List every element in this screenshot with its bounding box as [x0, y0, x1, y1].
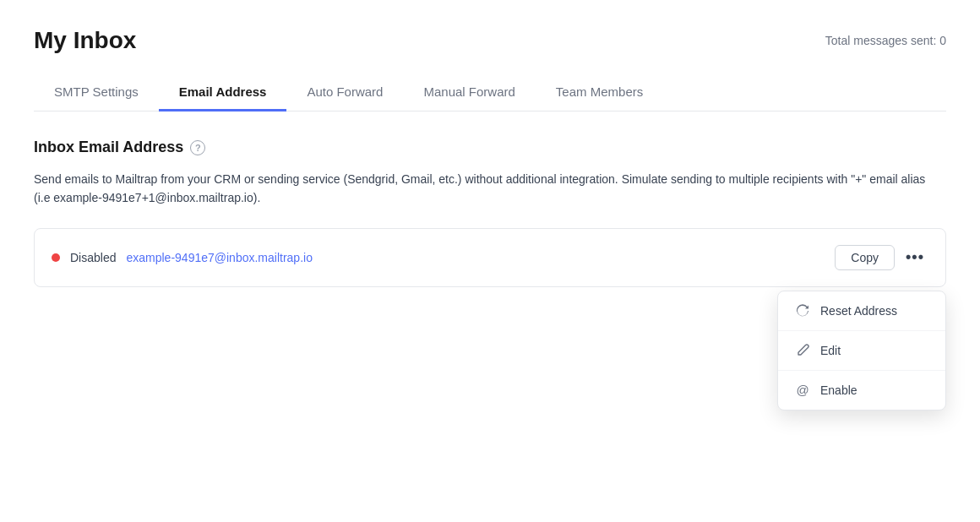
- email-address-value: example-9491e7@inbox.mailtrap.io: [126, 251, 312, 264]
- email-card-left: Disabled example-9491e7@inbox.mailtrap.i…: [52, 251, 313, 264]
- tab-auto-forward[interactable]: Auto Forward: [286, 74, 403, 111]
- copy-button[interactable]: Copy: [835, 245, 895, 270]
- at-icon: @: [795, 383, 810, 398]
- edit-icon: [795, 343, 810, 358]
- section-header: Inbox Email Address ?: [34, 139, 946, 156]
- dropdown-item-edit[interactable]: Edit: [778, 331, 945, 371]
- help-icon[interactable]: ?: [190, 140, 205, 155]
- dropdown-menu: Reset Address Edit @ Enable: [777, 291, 946, 411]
- page-title: My Inbox: [34, 27, 136, 54]
- edit-label: Edit: [820, 344, 841, 357]
- email-card-right: Copy •••: [835, 244, 928, 271]
- tabs-nav: SMTP Settings Email Address Auto Forward…: [34, 74, 946, 111]
- tab-email-address[interactable]: Email Address: [159, 74, 287, 111]
- tab-manual-forward[interactable]: Manual Forward: [403, 74, 535, 111]
- more-options-button[interactable]: •••: [901, 244, 928, 271]
- dropdown-item-reset-address[interactable]: Reset Address: [778, 291, 945, 331]
- dropdown-item-enable[interactable]: @ Enable: [778, 371, 945, 410]
- enable-label: Enable: [820, 383, 858, 397]
- page-header: My Inbox Total messages sent: 0: [34, 27, 946, 54]
- reset-icon: [795, 303, 810, 318]
- status-label: Disabled: [70, 251, 116, 264]
- total-messages: Total messages sent: 0: [825, 34, 946, 47]
- status-dot: [52, 253, 60, 262]
- tab-team-members[interactable]: Team Members: [536, 74, 663, 111]
- ellipsis-icon: •••: [906, 248, 924, 266]
- section-title: Inbox Email Address: [34, 139, 183, 156]
- email-card: Disabled example-9491e7@inbox.mailtrap.i…: [34, 228, 946, 287]
- reset-address-label: Reset Address: [820, 304, 897, 318]
- description-text: Send emails to Mailtrap from your CRM or…: [34, 170, 929, 208]
- email-card-wrapper: Disabled example-9491e7@inbox.mailtrap.i…: [34, 228, 946, 287]
- tab-smtp-settings[interactable]: SMTP Settings: [34, 74, 159, 111]
